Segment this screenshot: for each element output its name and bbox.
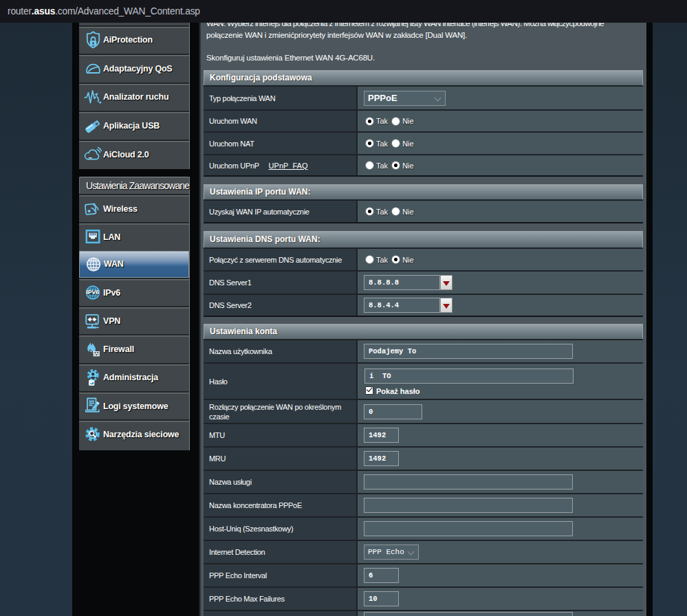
svg-text:IPV6: IPV6	[86, 289, 99, 296]
